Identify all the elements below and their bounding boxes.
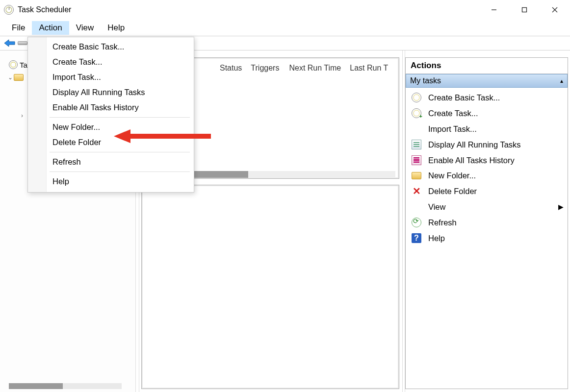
menu-item-import-task[interactable]: Import Task...	[28, 70, 194, 85]
menu-item-new-folder[interactable]: New Folder...	[28, 120, 194, 135]
menu-item-create-basic-task[interactable]: Create Basic Task...	[28, 39, 194, 54]
blank-icon	[412, 202, 421, 212]
action-import-task[interactable]: Import Task...	[406, 121, 568, 137]
toolbar-forward-disabled	[18, 41, 27, 45]
task-detail-frame	[141, 185, 399, 389]
menu-item-enable-history[interactable]: Enable All Tasks History	[28, 100, 194, 115]
collapse-caret-icon[interactable]: ▴	[560, 77, 563, 84]
action-label: View	[428, 202, 445, 212]
menu-separator	[50, 172, 190, 172]
menu-help[interactable]: Help	[101, 21, 131, 35]
window-title: Task Scheduler	[18, 5, 71, 14]
menu-separator	[50, 117, 190, 118]
menu-separator	[50, 152, 190, 152]
clock-plus-icon	[412, 108, 421, 118]
submenu-arrow-icon: ▶	[558, 203, 564, 211]
close-button[interactable]	[540, 0, 570, 20]
scrollbar-thumb[interactable]	[9, 383, 63, 389]
svg-rect-1	[522, 7, 527, 12]
action-label: Create Task...	[428, 109, 478, 118]
back-button[interactable]	[4, 39, 16, 48]
menu-item-display-running-tasks[interactable]: Display All Running Tasks	[28, 85, 194, 100]
tree-root-label: Ta	[20, 61, 27, 69]
chevron-right-icon[interactable]: ›	[19, 112, 26, 119]
running-tasks-icon	[412, 140, 421, 149]
app-icon	[4, 5, 14, 15]
scheduler-icon	[9, 60, 18, 69]
clock-wizard-icon	[412, 93, 421, 102]
actions-section-label: My tasks	[410, 76, 441, 85]
action-refresh[interactable]: Refresh	[406, 215, 568, 230]
window-controls	[479, 0, 570, 20]
action-label: Create Basic Task...	[428, 93, 500, 102]
action-enable-history[interactable]: Enable All Tasks History	[406, 152, 568, 168]
action-view-submenu[interactable]: View ▶	[406, 199, 568, 215]
column-status[interactable]: Status	[220, 64, 242, 73]
menu-item-delete-folder[interactable]: Delete Folder	[28, 135, 194, 150]
action-display-running[interactable]: Display All Running Tasks	[406, 137, 568, 152]
action-create-task[interactable]: Create Task...	[406, 105, 568, 121]
action-label: Import Task...	[428, 124, 477, 134]
folder-icon	[412, 172, 421, 179]
title-bar: Task Scheduler	[0, 0, 570, 20]
actions-title: Actions	[406, 58, 568, 74]
blank-icon	[412, 124, 421, 134]
action-label: Help	[428, 234, 445, 243]
action-delete-folder[interactable]: ✕ Delete Folder	[406, 183, 568, 199]
action-label: New Folder...	[428, 171, 476, 180]
refresh-icon	[412, 218, 421, 227]
menu-action[interactable]: Action	[32, 21, 69, 35]
help-icon: ?	[412, 233, 421, 243]
menu-file[interactable]: File	[5, 21, 32, 35]
tree-horizontal-scrollbar[interactable]	[9, 383, 122, 389]
action-new-folder[interactable]: New Folder...	[406, 168, 568, 183]
action-label: Display All Running Tasks	[428, 140, 521, 149]
actions-section-header[interactable]: My tasks ▴	[406, 74, 568, 88]
action-label: Delete Folder	[428, 187, 477, 196]
menu-bar: File Action View Help	[0, 20, 570, 36]
folder-icon	[14, 74, 24, 81]
actions-pane: Actions My tasks ▴ Create Basic Task... …	[405, 50, 570, 392]
column-next-run[interactable]: Next Run Time	[289, 64, 341, 73]
history-icon	[412, 155, 421, 165]
column-triggers[interactable]: Triggers	[251, 64, 279, 73]
action-menu-dropdown: Create Basic Task... Create Task... Impo…	[27, 37, 194, 193]
svg-marker-4	[4, 40, 15, 47]
delete-icon: ✕	[412, 186, 421, 196]
minimize-button[interactable]	[479, 0, 509, 20]
menu-item-create-task[interactable]: Create Task...	[28, 54, 194, 70]
collapse-icon[interactable]: ⌄	[7, 74, 14, 81]
column-last-run[interactable]: Last Run T	[350, 64, 388, 73]
maximize-button[interactable]	[509, 0, 540, 20]
action-label: Refresh	[428, 218, 457, 227]
action-create-basic-task[interactable]: Create Basic Task...	[406, 90, 568, 105]
menu-item-help[interactable]: Help	[28, 174, 194, 189]
action-label: Enable All Tasks History	[428, 156, 515, 165]
action-help[interactable]: ? Help	[406, 230, 568, 246]
menu-view[interactable]: View	[69, 21, 101, 35]
menu-item-refresh[interactable]: Refresh	[28, 154, 194, 170]
actions-frame: Actions My tasks ▴ Create Basic Task... …	[405, 57, 568, 389]
